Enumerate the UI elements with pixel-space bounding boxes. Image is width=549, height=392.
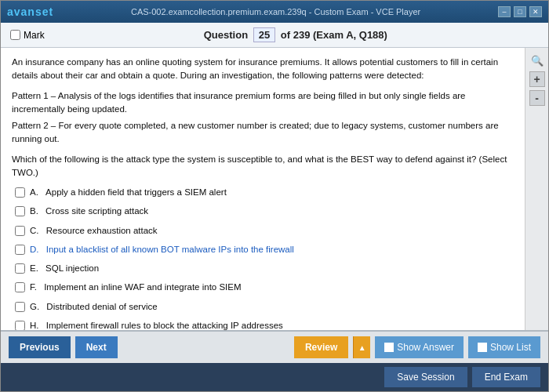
option-c-checkbox[interactable]: [15, 226, 25, 236]
logo: avanset: [7, 5, 53, 18]
review-dropdown-button[interactable]: ▲: [353, 336, 370, 358]
title-bar-left: avanset: [7, 5, 53, 18]
pattern2-text: Pattern 2 – For every quote completed, a…: [12, 119, 514, 147]
option-d-checkbox[interactable]: [15, 245, 25, 255]
option-d-label: D.: [30, 243, 42, 256]
option-a-label: A.: [30, 186, 41, 199]
intro-text: An insurance company has an online quoti…: [12, 56, 514, 83]
title-bar: avanset CAS-002.examcollection.premium.e…: [1, 1, 548, 23]
option-b-label: B.: [30, 205, 41, 218]
option-e-text: SQL injection: [45, 262, 99, 275]
maximize-button[interactable]: □: [514, 6, 526, 17]
option-h-label: H.: [30, 319, 42, 330]
option-c-text: Resource exhaustion attack: [46, 224, 158, 238]
answer-options-list: A. Apply a hidden field that triggers a …: [12, 184, 514, 330]
option-g-label: G.: [30, 300, 42, 314]
review-button[interactable]: Review: [294, 336, 348, 358]
close-button[interactable]: ✕: [529, 6, 542, 17]
zoom-out-button[interactable]: -: [529, 90, 545, 106]
option-b-checkbox[interactable]: [15, 206, 25, 216]
option-h-checkbox[interactable]: [15, 321, 25, 330]
show-answer-icon: [384, 343, 394, 352]
question-header: Mark Question 25 of 239 (Exam A, Q188): [1, 23, 548, 48]
mark-label: Mark: [24, 30, 45, 41]
option-g-checkbox[interactable]: [15, 302, 25, 312]
option-b-text: Cross site scripting attack: [45, 205, 148, 218]
show-list-button[interactable]: Show List: [468, 336, 540, 358]
question-text: Which of the following is the attack typ…: [12, 153, 514, 180]
question-number-badge: 25: [253, 27, 275, 42]
option-f: F. Implement an inline WAF and integrate…: [12, 279, 514, 296]
action-bar: Save Session End Exam: [1, 363, 548, 391]
option-c-label: C.: [30, 224, 42, 238]
option-f-text: Implement an inline WAF and integrate in…: [44, 281, 241, 294]
app-title: CAS-002.examcollection.premium.exam.239q…: [53, 7, 498, 16]
option-f-label: F.: [30, 281, 39, 294]
end-exam-button[interactable]: End Exam: [472, 367, 540, 387]
show-answer-label: Show Answer: [397, 342, 454, 353]
mark-checkbox-container: Mark: [10, 30, 45, 41]
option-a-checkbox[interactable]: [15, 187, 25, 198]
of-label: of: [281, 29, 293, 41]
option-c: C. Resource exhaustion attack: [12, 223, 514, 239]
option-d-text: Input a blacklist of all known BOT malwa…: [46, 243, 294, 256]
next-button[interactable]: Next: [75, 336, 118, 358]
exam-info-text: (Exam A, Q188): [313, 29, 387, 41]
total-questions: 239: [293, 29, 311, 41]
option-g-text: Distributed denial of service: [46, 300, 157, 314]
option-e-label: E.: [30, 262, 41, 275]
pattern1-text: Pattern 1 – Analysis of the logs identif…: [12, 89, 514, 117]
zoom-in-button[interactable]: +: [529, 71, 545, 87]
previous-button[interactable]: Previous: [9, 336, 71, 358]
option-a-text: Apply a hidden field that triggers a SIE…: [45, 186, 227, 199]
option-f-checkbox[interactable]: [15, 282, 25, 292]
show-list-label: Show List: [490, 342, 531, 353]
option-e: E. SQL injection: [12, 260, 514, 277]
option-h-text: Implement firewall rules to block the at…: [46, 319, 283, 330]
option-b: B. Cross site scripting attack: [12, 203, 514, 220]
save-session-button[interactable]: Save Session: [384, 367, 467, 387]
option-d: D. Input a blacklist of all known BOT ma…: [12, 241, 514, 258]
nav-bar: Previous Next Review ▲ Show Answer Show …: [1, 330, 548, 363]
search-icon-button[interactable]: 🔍: [529, 53, 545, 68]
logo-accent: set: [35, 5, 53, 18]
right-panel: 🔍 + -: [525, 48, 548, 330]
show-list-icon: [478, 343, 487, 352]
option-a: A. Apply a hidden field that triggers a …: [12, 184, 514, 201]
window-controls: – □ ✕: [498, 6, 542, 17]
option-e-checkbox[interactable]: [15, 263, 25, 274]
content-area: An insurance company has an online quoti…: [1, 48, 548, 330]
option-h: H. Implement firewall rules to block the…: [12, 318, 514, 330]
question-content: An insurance company has an online quoti…: [1, 48, 525, 330]
option-g: G. Distributed denial of service: [12, 299, 514, 315]
mark-checkbox[interactable]: [10, 30, 20, 40]
question-label: Question: [204, 29, 248, 41]
main-window: avanset CAS-002.examcollection.premium.e…: [0, 0, 549, 392]
minimize-button[interactable]: –: [498, 6, 511, 17]
question-info: Question 25 of 239 (Exam A, Q188): [53, 27, 539, 42]
show-answer-button[interactable]: Show Answer: [375, 336, 464, 358]
